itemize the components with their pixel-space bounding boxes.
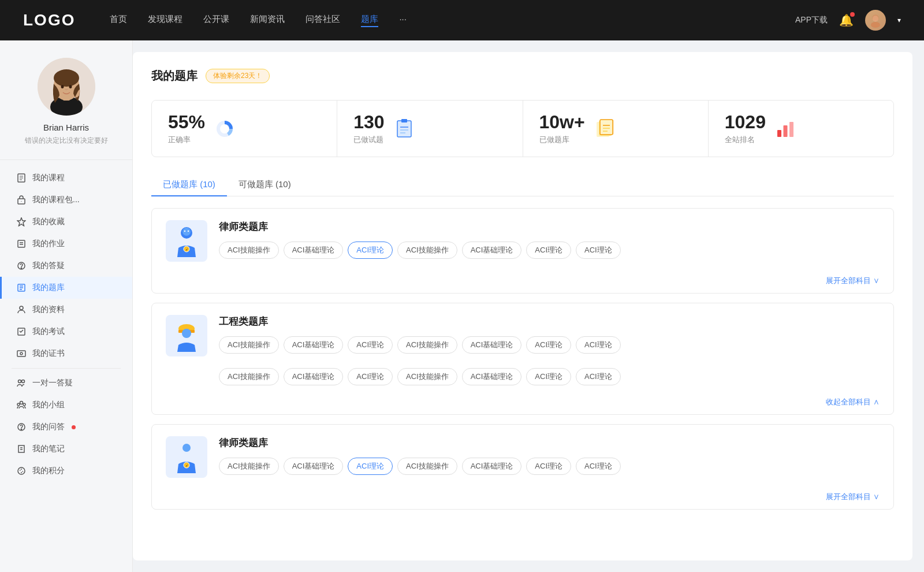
profile-avatar bbox=[38, 58, 95, 116]
svg-rect-51 bbox=[600, 120, 613, 135]
sidebar-menu: 我的课程 我的课程包... 我的收藏 我的作业 bbox=[0, 160, 132, 489]
sidebar-label-exam: 我的考试 bbox=[32, 326, 65, 337]
exam-icon bbox=[16, 326, 27, 337]
lawyer-icon-wrap: ✓ bbox=[166, 220, 207, 262]
nav-qbank[interactable]: 题库 bbox=[361, 14, 378, 27]
svg-rect-29 bbox=[17, 351, 25, 356]
l2-tag-6[interactable]: ACI理论 bbox=[526, 458, 571, 475]
l2-tag-4[interactable]: ACI技能操作 bbox=[397, 458, 457, 475]
sidebar-label-courses: 我的课程 bbox=[32, 173, 65, 183]
tag-aci-basic-1[interactable]: ACI基础理论 bbox=[284, 242, 344, 259]
svg-point-61 bbox=[188, 231, 189, 232]
eng-tag-r2-3[interactable]: ACI理论 bbox=[348, 368, 393, 385]
tag-aci-basic-2[interactable]: ACI基础理论 bbox=[462, 242, 522, 259]
sidebar-item-cert[interactable]: 我的证书 bbox=[0, 343, 132, 365]
sidebar-label-group: 我的小组 bbox=[32, 400, 65, 410]
svg-point-60 bbox=[184, 231, 185, 232]
engineer-bank-tags-row1: ACI技能操作 ACI基础理论 ACI理论 ACI技能操作 ACI基础理论 AC… bbox=[219, 336, 880, 354]
nav-open-courses[interactable]: 公开课 bbox=[203, 14, 229, 27]
eng-tag-6[interactable]: ACI理论 bbox=[526, 336, 571, 354]
eng-tag-2[interactable]: ACI基础理论 bbox=[284, 336, 344, 354]
tag-aci-skill-1[interactable]: ACI技能操作 bbox=[219, 242, 279, 259]
page-title: 我的题库 bbox=[151, 68, 198, 84]
sidebar-item-qbank[interactable]: 我的题库 bbox=[0, 277, 132, 299]
sidebar-item-group[interactable]: 我的小组 bbox=[0, 394, 132, 416]
svg-point-32 bbox=[22, 380, 25, 383]
notification-bell[interactable]: 🔔 bbox=[839, 13, 854, 27]
sidebar-label-notes: 我的笔记 bbox=[32, 444, 65, 454]
homework-icon bbox=[16, 239, 27, 249]
svg-rect-18 bbox=[18, 240, 25, 247]
nav-courses[interactable]: 发现课程 bbox=[148, 14, 182, 27]
tag-aci-skill-2[interactable]: ACI技能操作 bbox=[397, 242, 457, 259]
sidebar: Brian Harris 错误的决定比没有决定要好 我的课程 我的课程包... bbox=[0, 40, 133, 572]
sidebar-item-one-on-one[interactable]: 一对一答疑 bbox=[0, 372, 132, 394]
ranking-number: 1029 bbox=[725, 112, 766, 132]
l2-tag-1[interactable]: ACI技能操作 bbox=[219, 458, 279, 475]
svg-marker-17 bbox=[17, 218, 25, 226]
eng-tag-5[interactable]: ACI基础理论 bbox=[462, 336, 522, 354]
l2-tag-active[interactable]: ACI理论 bbox=[348, 458, 393, 475]
sidebar-item-qa-me[interactable]: 我的答疑 bbox=[0, 255, 132, 277]
svg-point-8 bbox=[54, 69, 79, 87]
banks-label: 已做题库 bbox=[539, 135, 585, 145]
eng-tag-r2-7[interactable]: ACI理论 bbox=[576, 368, 621, 385]
eng-tag-r2-4[interactable]: ACI技能操作 bbox=[397, 368, 457, 385]
question-icon bbox=[16, 261, 27, 271]
svg-point-22 bbox=[21, 268, 22, 269]
eng-tag-7[interactable]: ACI理论 bbox=[576, 336, 621, 354]
eng-tag-r2-5[interactable]: ACI基础理论 bbox=[462, 368, 522, 385]
nav-news[interactable]: 新闻资讯 bbox=[250, 14, 285, 27]
bar-chart-icon bbox=[775, 118, 796, 139]
tab-available-banks[interactable]: 可做题库 (10) bbox=[227, 173, 303, 196]
questions-number: 130 bbox=[353, 112, 384, 132]
svg-point-67 bbox=[182, 444, 191, 452]
sidebar-item-exam[interactable]: 我的考试 bbox=[0, 321, 132, 343]
eng-tag-1[interactable]: ACI技能操作 bbox=[219, 336, 279, 354]
l2-tag-7[interactable]: ACI理论 bbox=[576, 458, 621, 475]
l2-tag-2[interactable]: ACI基础理论 bbox=[284, 458, 344, 475]
trial-badge: 体验剩余23天！ bbox=[206, 69, 270, 83]
expand-btn-1[interactable]: 展开全部科目 ∨ bbox=[152, 273, 893, 293]
expand-btn-3[interactable]: 展开全部科目 ∨ bbox=[152, 489, 893, 509]
collapse-btn[interactable]: 收起全部科目 ∧ bbox=[152, 395, 893, 414]
svg-text:✓: ✓ bbox=[185, 464, 188, 467]
eng-tag-3[interactable]: ACI理论 bbox=[348, 336, 393, 354]
main-content: 我的题库 体验剩余23天！ 55% 正确率 bbox=[133, 52, 912, 560]
tag-aci-theory-2[interactable]: ACI理论 bbox=[526, 242, 571, 259]
avatar[interactable] bbox=[865, 10, 886, 31]
tag-aci-theory-active-1[interactable]: ACI理论 bbox=[348, 242, 393, 259]
lawyer-figure-icon-2: ✓ bbox=[172, 441, 202, 473]
sidebar-item-points[interactable]: 我的积分 bbox=[0, 460, 132, 482]
nav-qa[interactable]: 问答社区 bbox=[305, 14, 340, 27]
logo: LOGO bbox=[23, 11, 75, 29]
svg-point-37 bbox=[21, 429, 22, 430]
sidebar-item-homework[interactable]: 我的作业 bbox=[0, 233, 132, 255]
nav-menu: 首页 发现课程 公开课 新闻资讯 问答社区 题库 ··· bbox=[110, 14, 795, 27]
sidebar-item-my-qa[interactable]: 我的问答 bbox=[0, 416, 132, 438]
sidebar-item-packages[interactable]: 我的课程包... bbox=[0, 189, 132, 211]
app-download-btn[interactable]: APP下载 bbox=[795, 15, 828, 25]
page-header: 我的题库 体验剩余23天！ bbox=[151, 68, 894, 84]
eng-tag-r2-6[interactable]: ACI理论 bbox=[526, 368, 571, 385]
stat-accuracy: 55% 正确率 bbox=[152, 101, 337, 157]
svg-point-30 bbox=[20, 352, 23, 355]
nav-more[interactable]: ··· bbox=[399, 14, 407, 27]
nav-home[interactable]: 首页 bbox=[110, 14, 127, 27]
eng-tag-r2-1[interactable]: ACI技能操作 bbox=[219, 368, 279, 385]
eng-tag-4[interactable]: ACI技能操作 bbox=[397, 336, 457, 354]
sidebar-item-notes[interactable]: 我的笔记 bbox=[0, 438, 132, 460]
sidebar-item-courses[interactable]: 我的课程 bbox=[0, 167, 132, 189]
dropdown-arrow[interactable]: ▾ bbox=[897, 16, 901, 24]
tab-done-banks[interactable]: 已做题库 (10) bbox=[151, 173, 227, 196]
eng-tag-r2-2[interactable]: ACI基础理论 bbox=[284, 368, 344, 385]
pie-chart-icon bbox=[214, 118, 235, 139]
avatar-icon bbox=[867, 12, 884, 28]
sidebar-item-profile[interactable]: 我的资料 bbox=[0, 299, 132, 321]
sidebar-item-favorites[interactable]: 我的收藏 bbox=[0, 211, 132, 233]
qbank-icon bbox=[16, 283, 27, 293]
l2-tag-5[interactable]: ACI基础理论 bbox=[462, 458, 522, 475]
profile-name: Brian Harris bbox=[43, 122, 89, 132]
svg-point-3 bbox=[871, 22, 880, 28]
tag-aci-theory-3[interactable]: ACI理论 bbox=[576, 242, 621, 259]
